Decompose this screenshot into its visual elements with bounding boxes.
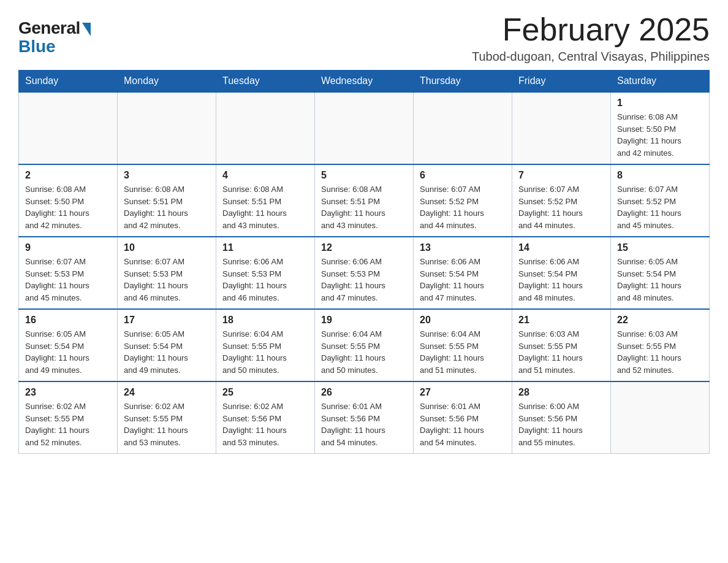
day-number: 28 bbox=[518, 387, 604, 398]
table-row: 14Sunrise: 6:06 AMSunset: 5:54 PMDayligh… bbox=[512, 237, 611, 309]
day-info: Sunrise: 6:07 AMSunset: 5:52 PMDaylight:… bbox=[617, 183, 703, 231]
table-row: 9Sunrise: 6:07 AMSunset: 5:53 PMDaylight… bbox=[19, 237, 118, 309]
calendar-header-row: Sunday Monday Tuesday Wednesday Thursday… bbox=[19, 71, 710, 93]
day-info: Sunrise: 6:02 AMSunset: 5:55 PMDaylight:… bbox=[25, 400, 111, 448]
calendar-week-row: 9Sunrise: 6:07 AMSunset: 5:53 PMDaylight… bbox=[19, 237, 710, 309]
calendar-week-row: 2Sunrise: 6:08 AMSunset: 5:50 PMDaylight… bbox=[19, 164, 710, 237]
calendar-week-row: 1Sunrise: 6:08 AMSunset: 5:50 PMDaylight… bbox=[19, 92, 710, 164]
location-subtitle: Tubod-dugoan, Central Visayas, Philippin… bbox=[472, 50, 710, 64]
table-row: 17Sunrise: 6:05 AMSunset: 5:54 PMDayligh… bbox=[118, 309, 216, 381]
month-title: February 2025 bbox=[472, 12, 710, 47]
day-number: 24 bbox=[124, 387, 210, 398]
day-number: 4 bbox=[222, 170, 308, 181]
day-info: Sunrise: 6:03 AMSunset: 5:55 PMDaylight:… bbox=[617, 328, 703, 376]
table-row: 5Sunrise: 6:08 AMSunset: 5:51 PMDaylight… bbox=[315, 164, 414, 237]
day-info: Sunrise: 6:08 AMSunset: 5:51 PMDaylight:… bbox=[124, 183, 210, 231]
day-number: 11 bbox=[222, 242, 308, 253]
table-row: 20Sunrise: 6:04 AMSunset: 5:55 PMDayligh… bbox=[414, 309, 512, 381]
day-number: 2 bbox=[25, 170, 111, 181]
day-info: Sunrise: 6:07 AMSunset: 5:52 PMDaylight:… bbox=[420, 183, 506, 231]
day-info: Sunrise: 6:00 AMSunset: 5:56 PMDaylight:… bbox=[518, 400, 604, 448]
table-row bbox=[19, 92, 118, 164]
day-info: Sunrise: 6:07 AMSunset: 5:53 PMDaylight:… bbox=[25, 256, 111, 304]
day-number: 26 bbox=[321, 387, 407, 398]
day-number: 10 bbox=[124, 242, 210, 253]
table-row: 11Sunrise: 6:06 AMSunset: 5:53 PMDayligh… bbox=[216, 237, 315, 309]
day-info: Sunrise: 6:07 AMSunset: 5:53 PMDaylight:… bbox=[124, 256, 210, 304]
day-number: 9 bbox=[25, 242, 111, 253]
logo-arrow-icon bbox=[82, 23, 91, 36]
day-info: Sunrise: 6:04 AMSunset: 5:55 PMDaylight:… bbox=[321, 328, 407, 376]
day-info: Sunrise: 6:04 AMSunset: 5:55 PMDaylight:… bbox=[420, 328, 506, 376]
table-row bbox=[118, 92, 216, 164]
table-row: 13Sunrise: 6:06 AMSunset: 5:54 PMDayligh… bbox=[414, 237, 512, 309]
col-tuesday: Tuesday bbox=[216, 71, 315, 93]
table-row: 21Sunrise: 6:03 AMSunset: 5:55 PMDayligh… bbox=[512, 309, 611, 381]
day-info: Sunrise: 6:01 AMSunset: 5:56 PMDaylight:… bbox=[420, 400, 506, 448]
day-number: 23 bbox=[25, 387, 111, 398]
table-row: 6Sunrise: 6:07 AMSunset: 5:52 PMDaylight… bbox=[414, 164, 512, 237]
calendar-week-row: 16Sunrise: 6:05 AMSunset: 5:54 PMDayligh… bbox=[19, 309, 710, 381]
day-info: Sunrise: 6:06 AMSunset: 5:54 PMDaylight:… bbox=[518, 256, 604, 304]
logo: General Blue bbox=[18, 18, 91, 56]
logo-blue-text: Blue bbox=[18, 37, 56, 56]
day-info: Sunrise: 6:08 AMSunset: 5:50 PMDaylight:… bbox=[617, 111, 703, 159]
table-row: 15Sunrise: 6:05 AMSunset: 5:54 PMDayligh… bbox=[611, 237, 710, 309]
title-section: February 2025 Tubod-dugoan, Central Visa… bbox=[472, 12, 710, 64]
day-info: Sunrise: 6:05 AMSunset: 5:54 PMDaylight:… bbox=[124, 328, 210, 376]
day-number: 25 bbox=[222, 387, 308, 398]
table-row: 2Sunrise: 6:08 AMSunset: 5:50 PMDaylight… bbox=[19, 164, 118, 237]
table-row: 1Sunrise: 6:08 AMSunset: 5:50 PMDaylight… bbox=[611, 92, 710, 164]
day-info: Sunrise: 6:06 AMSunset: 5:53 PMDaylight:… bbox=[222, 256, 308, 304]
table-row: 18Sunrise: 6:04 AMSunset: 5:55 PMDayligh… bbox=[216, 309, 315, 381]
logo-general-text: General bbox=[18, 18, 80, 38]
page-header: General Blue February 2025 Tubod-dugoan,… bbox=[18, 12, 710, 64]
table-row: 3Sunrise: 6:08 AMSunset: 5:51 PMDaylight… bbox=[118, 164, 216, 237]
col-sunday: Sunday bbox=[19, 71, 118, 93]
day-number: 5 bbox=[321, 170, 407, 181]
col-friday: Friday bbox=[512, 71, 611, 93]
table-row: 23Sunrise: 6:02 AMSunset: 5:55 PMDayligh… bbox=[19, 381, 118, 454]
day-number: 27 bbox=[420, 387, 506, 398]
col-wednesday: Wednesday bbox=[315, 71, 414, 93]
day-number: 18 bbox=[222, 315, 308, 326]
day-info: Sunrise: 6:06 AMSunset: 5:53 PMDaylight:… bbox=[321, 256, 407, 304]
day-info: Sunrise: 6:02 AMSunset: 5:55 PMDaylight:… bbox=[124, 400, 210, 448]
day-info: Sunrise: 6:08 AMSunset: 5:51 PMDaylight:… bbox=[222, 183, 308, 231]
table-row bbox=[611, 381, 710, 454]
day-info: Sunrise: 6:06 AMSunset: 5:54 PMDaylight:… bbox=[420, 256, 506, 304]
day-number: 19 bbox=[321, 315, 407, 326]
table-row bbox=[216, 92, 315, 164]
table-row bbox=[414, 92, 512, 164]
table-row bbox=[315, 92, 414, 164]
col-thursday: Thursday bbox=[414, 71, 512, 93]
day-number: 21 bbox=[518, 315, 604, 326]
day-number: 15 bbox=[617, 242, 703, 253]
day-info: Sunrise: 6:05 AMSunset: 5:54 PMDaylight:… bbox=[617, 256, 703, 304]
day-number: 6 bbox=[420, 170, 506, 181]
table-row: 22Sunrise: 6:03 AMSunset: 5:55 PMDayligh… bbox=[611, 309, 710, 381]
day-info: Sunrise: 6:08 AMSunset: 5:51 PMDaylight:… bbox=[321, 183, 407, 231]
table-row: 19Sunrise: 6:04 AMSunset: 5:55 PMDayligh… bbox=[315, 309, 414, 381]
day-info: Sunrise: 6:04 AMSunset: 5:55 PMDaylight:… bbox=[222, 328, 308, 376]
day-number: 13 bbox=[420, 242, 506, 253]
table-row: 26Sunrise: 6:01 AMSunset: 5:56 PMDayligh… bbox=[315, 381, 414, 454]
day-number: 3 bbox=[124, 170, 210, 181]
table-row: 12Sunrise: 6:06 AMSunset: 5:53 PMDayligh… bbox=[315, 237, 414, 309]
day-number: 12 bbox=[321, 242, 407, 253]
table-row: 16Sunrise: 6:05 AMSunset: 5:54 PMDayligh… bbox=[19, 309, 118, 381]
day-number: 1 bbox=[617, 98, 703, 109]
day-info: Sunrise: 6:08 AMSunset: 5:50 PMDaylight:… bbox=[25, 183, 111, 231]
day-number: 7 bbox=[518, 170, 604, 181]
table-row: 25Sunrise: 6:02 AMSunset: 5:56 PMDayligh… bbox=[216, 381, 315, 454]
calendar-table: Sunday Monday Tuesday Wednesday Thursday… bbox=[18, 70, 710, 454]
day-number: 14 bbox=[518, 242, 604, 253]
day-number: 22 bbox=[617, 315, 703, 326]
table-row: 7Sunrise: 6:07 AMSunset: 5:52 PMDaylight… bbox=[512, 164, 611, 237]
day-number: 17 bbox=[124, 315, 210, 326]
calendar-week-row: 23Sunrise: 6:02 AMSunset: 5:55 PMDayligh… bbox=[19, 381, 710, 454]
table-row: 8Sunrise: 6:07 AMSunset: 5:52 PMDaylight… bbox=[611, 164, 710, 237]
table-row: 4Sunrise: 6:08 AMSunset: 5:51 PMDaylight… bbox=[216, 164, 315, 237]
day-info: Sunrise: 6:03 AMSunset: 5:55 PMDaylight:… bbox=[518, 328, 604, 376]
table-row: 27Sunrise: 6:01 AMSunset: 5:56 PMDayligh… bbox=[414, 381, 512, 454]
